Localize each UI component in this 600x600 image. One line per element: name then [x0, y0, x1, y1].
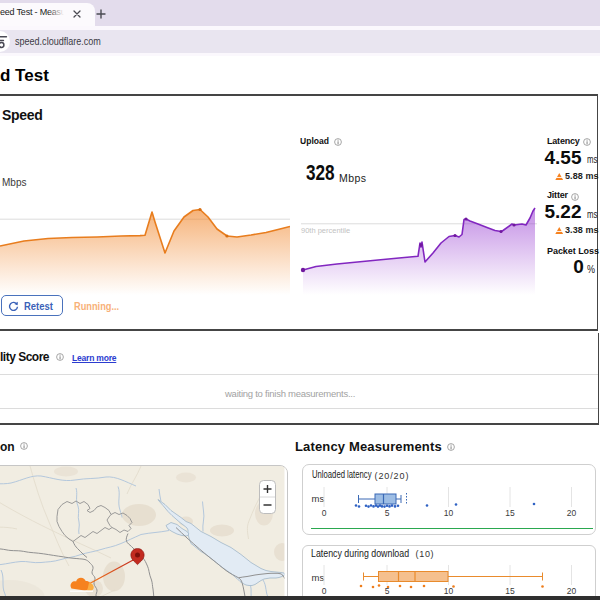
svg-text:90th percentile: 90th percentile — [301, 226, 350, 235]
svg-text:15: 15 — [505, 586, 515, 596]
svg-text:10: 10 — [444, 508, 454, 518]
svg-text:15: 15 — [505, 508, 515, 518]
svg-text:5: 5 — [385, 508, 390, 518]
svg-text:0: 0 — [322, 508, 327, 518]
svg-text:5: 5 — [385, 586, 390, 596]
svg-text:20: 20 — [567, 508, 577, 518]
svg-text:10: 10 — [444, 586, 454, 596]
svg-text:20: 20 — [567, 586, 577, 596]
svg-text:0: 0 — [322, 586, 327, 596]
